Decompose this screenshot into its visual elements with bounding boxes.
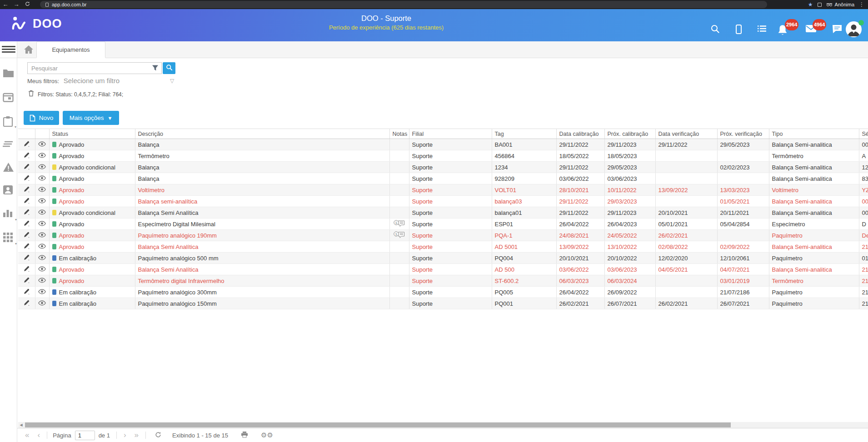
refresh-icon[interactable] [155,432,161,439]
table-row[interactable]: AprovadoPaquímetro analógico 190mm1Supor… [18,230,868,241]
sidebar-item-clipboard[interactable]: ▾ [3,116,15,128]
page-number-input[interactable] [75,431,95,440]
column-header-data-verifica-o[interactable]: Data verificação [655,129,717,139]
column-header-s-[interactable]: Sé [859,129,868,139]
column-header-empty[interactable] [35,129,49,139]
app-logo[interactable]: DOO [12,16,62,31]
table-row[interactable]: Em calibraçãoPaquímetro analógico 150mmS… [18,298,868,309]
column-header-empty[interactable] [18,129,35,139]
search-icon[interactable] [710,24,721,35]
edit-pencil-icon[interactable] [18,207,35,219]
last-page-button[interactable]: » [130,431,143,440]
edit-pencil-icon[interactable] [18,253,35,264]
table-row[interactable]: AprovadoTermômetroSuporte45686418/05/202… [18,150,868,162]
prev-page-button[interactable]: ‹ [33,431,44,440]
list-icon[interactable] [757,24,768,35]
view-eye-icon[interactable] [35,253,49,264]
edit-pencil-icon[interactable] [18,219,35,230]
tab-equipamentos[interactable]: Equipamentos [36,41,105,58]
home-icon[interactable] [24,45,34,54]
edit-pencil-icon[interactable] [18,139,35,150]
table-row[interactable]: AprovadoBalança Semi AnalíticaSuporteAD … [18,264,868,275]
browser-forward-icon[interactable]: → [11,0,22,9]
table-row[interactable]: Em calibraçãoPaquímetro analógico 500 mm… [18,253,868,264]
new-button[interactable]: Novo [24,111,59,125]
table-row[interactable]: Aprovado condicionalBalançaSuporte123429… [18,162,868,173]
filter-funnel-icon[interactable] [152,65,159,73]
incognito-chip[interactable]: Anônima [826,2,854,7]
view-eye-icon[interactable] [35,298,49,309]
bookmark-star-icon[interactable]: ★ [808,1,813,8]
next-page-button[interactable]: › [120,431,130,440]
address-bar[interactable]: app.doo.com.br [40,1,767,8]
edit-pencil-icon[interactable] [18,275,35,287]
table-row[interactable]: AprovadoBalança semi-analíticaSuportebal… [18,196,868,207]
view-eye-icon[interactable] [35,264,49,275]
edit-pencil-icon[interactable] [18,287,35,298]
more-options-button[interactable]: Mais opções ▼ [63,111,119,125]
table-row[interactable]: AprovadoBalançaSuporteBA00129/11/202229/… [18,139,868,150]
table-row[interactable]: Aprovado condicionalBalança Semi Analíti… [18,207,868,219]
scrollbar-thumb[interactable] [25,422,731,427]
sidebar-item-apps[interactable]: ▾ [3,232,15,244]
view-eye-icon[interactable] [35,287,49,298]
clear-filters-trash-icon[interactable] [28,90,34,99]
hamburger-menu-icon[interactable] [2,45,15,55]
view-eye-icon[interactable] [35,196,49,207]
column-header-notas[interactable]: Notas [389,129,409,139]
view-eye-icon[interactable] [35,150,49,162]
sidebar-item-reports[interactable]: ▾ [3,209,15,220]
column-header-pr-x-verifica-o[interactable]: Próx. verificação [717,129,769,139]
edit-pencil-icon[interactable] [18,196,35,207]
view-eye-icon[interactable] [35,207,49,219]
browser-reload-icon[interactable] [22,0,33,9]
column-header-filial[interactable]: Filial [409,129,492,139]
mobile-icon[interactable] [733,24,744,35]
sidebar-item-lists[interactable] [3,140,15,152]
view-eye-icon[interactable] [35,241,49,253]
column-header-descri-o[interactable]: Descrição [135,129,389,139]
horizontal-scrollbar[interactable]: ◀ [18,422,868,428]
table-row[interactable]: AprovadoEspecímetro Digital Milesimal1Su… [18,219,868,230]
view-eye-icon[interactable] [35,230,49,241]
print-icon[interactable] [241,431,248,439]
edit-pencil-icon[interactable] [18,173,35,184]
view-eye-icon[interactable] [35,184,49,196]
table-row[interactable]: AprovadoTermômetro digital Infravermelho… [18,275,868,287]
edit-pencil-icon[interactable] [18,150,35,162]
browser-back-icon[interactable]: ← [0,0,11,9]
table-row[interactable]: AprovadoBalança Semi AnalíticaSuporteAD … [18,241,868,253]
sidebar-item-calendar[interactable] [3,92,15,104]
settings-gears-icon[interactable]: ⚙⚙ [261,431,273,439]
sidebar-item-alerts[interactable] [3,162,15,174]
search-input[interactable] [27,62,162,74]
table-row[interactable]: AprovadoVoltímetroSuporteVOLT0128/10/202… [18,184,868,196]
edit-pencil-icon[interactable] [18,184,35,196]
my-filters-row[interactable]: Meus filtros: Selecione um filtro [27,77,120,84]
edit-pencil-icon[interactable] [18,241,35,253]
column-header-pr-x-calibra-o[interactable]: Próx. calibração [604,129,655,139]
notes-bubble-icon[interactable]: 1 [389,230,409,241]
column-header-status[interactable]: Status [49,129,135,139]
first-page-button[interactable]: « [21,431,33,440]
scroll-left-arrow[interactable]: ◀ [18,422,24,428]
filters-chevron-down-icon[interactable]: ▽ [170,78,174,84]
view-eye-icon[interactable] [35,219,49,230]
view-eye-icon[interactable] [35,173,49,184]
browser-action-icon[interactable] [818,3,822,7]
notes-bubble-icon[interactable]: 1 [389,219,409,230]
view-eye-icon[interactable] [35,162,49,173]
column-header-tag[interactable]: Tag [492,129,556,139]
sidebar-item-folders[interactable] [3,69,15,80]
chat-icon[interactable] [832,24,843,35]
edit-pencil-icon[interactable] [18,230,35,241]
view-eye-icon[interactable] [35,139,49,150]
edit-pencil-icon[interactable] [18,264,35,275]
column-header-data-calibra-o[interactable]: Data calibração [556,129,604,139]
sidebar-item-contacts[interactable] [3,185,15,197]
table-row[interactable]: Em calibraçãoPaquímetro analógico 300mmS… [18,287,868,298]
search-button[interactable] [163,62,175,74]
site-info-icon[interactable] [45,3,49,7]
view-eye-icon[interactable] [35,275,49,287]
edit-pencil-icon[interactable] [18,162,35,173]
